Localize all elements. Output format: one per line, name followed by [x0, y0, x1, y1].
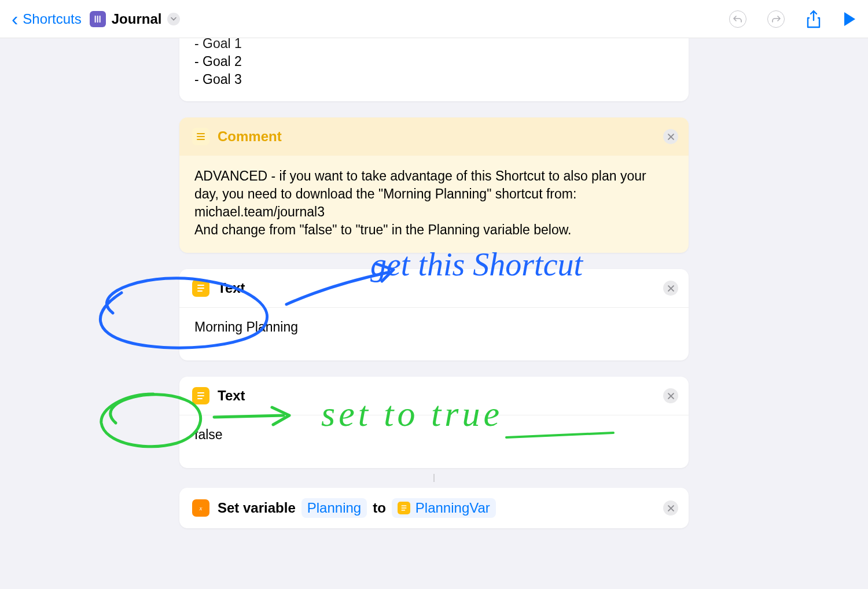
shortcut-app-icon [90, 11, 106, 27]
variable-value-name: PlanningVar [415, 500, 490, 516]
set-variable-action[interactable]: x Set variable Planning to PlanningVar [179, 488, 689, 528]
to-word: to [373, 500, 386, 516]
text-token-icon [398, 502, 410, 514]
header-actions [729, 10, 856, 28]
goal-line: - Goal 2 [194, 53, 674, 71]
setvar-label: Set variable [218, 500, 296, 516]
variable-name-token[interactable]: Planning [301, 498, 367, 518]
text-action-title: Text [218, 388, 245, 404]
variable-value-token[interactable]: PlanningVar [392, 498, 496, 518]
undo-button[interactable] [729, 10, 746, 28]
variable-icon: x [192, 499, 209, 517]
text-action-body[interactable]: - Goal 1 - Goal 2 - Goal 3 [179, 38, 689, 101]
text-action-value[interactable]: Morning Planning [179, 308, 689, 360]
remove-action-button[interactable] [663, 388, 678, 403]
text-action-header: Text [179, 377, 689, 415]
remove-action-button[interactable] [663, 281, 678, 296]
goal-line: - Goal 1 [194, 38, 674, 53]
comment-header: Comment [179, 117, 689, 156]
action-connector [433, 474, 435, 482]
goal-line: - Goal 3 [194, 71, 674, 89]
app-header: ‹ Shortcuts Journal [0, 0, 868, 38]
svg-rect-2 [99, 16, 100, 23]
svg-text:x: x [199, 505, 203, 511]
text-action-value[interactable]: false [179, 415, 689, 468]
text-icon [192, 387, 209, 404]
text-action-title: Text [218, 280, 245, 296]
comment-icon [192, 128, 209, 145]
text-action-goals[interactable]: - Goal 1 - Goal 2 - Goal 3 [179, 38, 689, 101]
shortcut-title: Journal [112, 11, 162, 27]
text-action-header: Text [179, 269, 689, 307]
back-button-label[interactable]: Shortcuts [23, 11, 81, 27]
text-action-false[interactable]: Text false [179, 377, 689, 468]
comment-action[interactable]: Comment ADVANCED - if you want to take a… [179, 117, 689, 253]
remove-action-button[interactable] [663, 500, 678, 516]
setvar-row: Set variable Planning to PlanningVar [218, 498, 496, 518]
back-chevron-icon[interactable]: ‹ [12, 8, 18, 30]
svg-rect-1 [97, 16, 98, 23]
remove-action-button[interactable] [663, 129, 678, 144]
run-button[interactable] [843, 11, 856, 27]
comment-body[interactable]: ADVANCED - if you want to take advantage… [179, 156, 689, 253]
setvar-header: x Set variable Planning to PlanningVar [179, 488, 689, 528]
share-button[interactable] [806, 10, 822, 28]
svg-rect-0 [94, 16, 95, 23]
title-dropdown-button[interactable] [167, 13, 180, 25]
redo-button[interactable] [767, 10, 785, 28]
text-icon [192, 279, 209, 297]
editor-canvas: - Goal 1 - Goal 2 - Goal 3 Comment ADVAN… [0, 38, 868, 589]
text-action-morning-planning[interactable]: Text Morning Planning [179, 269, 689, 360]
comment-title: Comment [218, 128, 282, 145]
